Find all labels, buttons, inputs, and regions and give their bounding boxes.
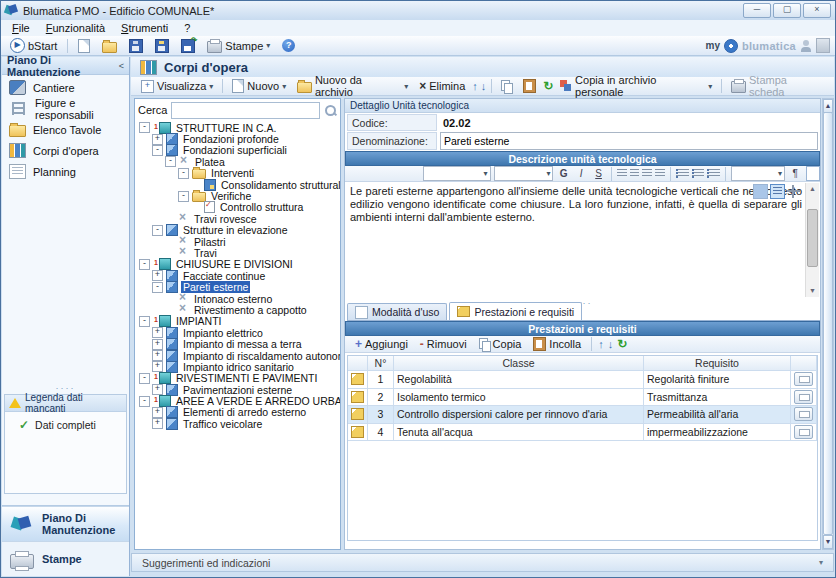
refresh-button[interactable]: ↻ (543, 80, 553, 92)
expand-icon[interactable]: + (152, 327, 163, 338)
tree-item-impianto-idrico-sanitario[interactable]: +Impianto idrico sanitario (137, 361, 340, 372)
copy-button[interactable] (497, 79, 516, 93)
row-edit-button[interactable] (794, 407, 813, 421)
collapse-icon[interactable]: - (139, 122, 150, 133)
nav-item-stampe[interactable]: Stampe (2, 541, 129, 576)
sidebar-item-corpi-d-opera[interactable]: Corpi d'opera (2, 140, 129, 161)
move-up-button[interactable]: ↑ (472, 80, 478, 92)
tree-item-rivestimento-a-cappotto[interactable]: Rivestimento a cappotto (137, 304, 340, 315)
indent-button[interactable] (707, 169, 720, 178)
align-justify-button[interactable] (655, 169, 666, 178)
sidebar-collapse-button[interactable]: < (119, 61, 124, 71)
font-family-select[interactable]: ▾ (423, 166, 491, 181)
tree-item-pareti-esterne[interactable]: -Pareti esterne (137, 281, 340, 292)
tree-item-interventi[interactable]: -Interventi (137, 168, 340, 179)
pilcrow-button[interactable]: ¶ (788, 167, 802, 180)
menu-file[interactable]: File (4, 22, 38, 34)
collapse-icon[interactable]: - (139, 373, 150, 384)
sidebar-item-planning[interactable]: Planning (2, 161, 129, 182)
move-down-button[interactable]: ↓ (481, 80, 487, 92)
table-button[interactable] (806, 166, 821, 181)
move-handle-icon[interactable] (787, 185, 800, 198)
collapse-icon[interactable]: - (139, 316, 150, 327)
tree-item-rivestimenti-e-pavimenti[interactable]: -RIVESTIMENTI E PAVIMENTI (137, 373, 340, 384)
sidebar-item-figure-e-responsabili[interactable]: Figure e responsabili (2, 98, 129, 119)
font-size-select[interactable]: ▾ (494, 166, 554, 181)
tree-item-intonaco-esterno[interactable]: Intonaco esterno (137, 293, 340, 304)
tree-item-travi[interactable]: Travi (137, 247, 340, 258)
visualizza-button[interactable]: + Visualizza ▾ (137, 79, 217, 94)
tree-item-verifiche[interactable]: -Verifiche (137, 190, 340, 201)
tree-item-pavimentazioni-esterne[interactable]: +Pavimentazioni esterne (137, 384, 340, 395)
tree-item-elementi-di-arredo-esterno[interactable]: +Elementi di arredo esterno (137, 407, 340, 418)
collapse-icon[interactable]: - (178, 191, 189, 202)
row-edit-button[interactable] (794, 372, 813, 386)
numbered-list-button[interactable] (692, 169, 705, 178)
menu-strumenti[interactable]: Strumenti (113, 22, 176, 34)
stampa-scheda-button[interactable]: Stampa scheda (727, 73, 828, 99)
nuovo-da-archivio-button[interactable]: Nuovo da archivio ▾ (293, 73, 412, 99)
save-as-button[interactable] (151, 38, 173, 54)
copia-in-archivio-button[interactable]: Copia in archivio personale ▾ (556, 73, 716, 99)
editor-scrollbar[interactable]: ▲ ▼ (805, 183, 819, 297)
menu-[interactable]: ? (176, 22, 198, 34)
underline-button[interactable]: S (591, 167, 605, 180)
scroll-thumb[interactable] (823, 112, 833, 535)
collapse-icon[interactable]: - (139, 396, 150, 407)
expand-icon[interactable]: + (152, 134, 163, 145)
elimina-button[interactable]: × Elimina (415, 78, 469, 94)
description-editor[interactable]: Le pareti esterne appartengono all'insie… (345, 182, 820, 298)
tree-item-pilastri[interactable]: Pilastri (137, 236, 340, 247)
tab-modalit-d-uso[interactable]: Modalità d'uso (347, 303, 447, 320)
expand-icon[interactable]: + (152, 270, 163, 281)
tree-item-strutture-in-c-a[interactable]: -STRUTTURE IN C.A. (137, 122, 340, 133)
collapse-icon[interactable]: - (165, 156, 176, 167)
tree-item-consolidamento-strutturale[interactable]: Consolidamento strutturale (137, 179, 340, 190)
sidebar-item-elenco-tavole[interactable]: Elenco Tavole (2, 119, 129, 140)
table-row[interactable]: 2Isolamento termicoTrasmittanza (348, 389, 817, 407)
row-edit-button[interactable] (794, 390, 813, 404)
scroll-up-icon[interactable]: ▲ (823, 99, 833, 113)
tree-item-controllo-struttura[interactable]: Controllo struttura (137, 202, 340, 213)
menu-funzionalit[interactable]: Funzionalità (38, 22, 113, 34)
align-left-button[interactable] (617, 169, 628, 178)
italic-button[interactable]: I (574, 167, 588, 180)
expand-icon[interactable]: + (152, 418, 163, 429)
aggiungi-button[interactable]: + Aggiungi (351, 336, 412, 352)
tree-item-traffico-veicolare[interactable]: +Traffico veicolare (137, 418, 340, 429)
stampe-button[interactable]: Stampe ▾ (203, 38, 274, 54)
refresh-button[interactable]: ↻ (617, 338, 627, 350)
row-edit-button[interactable] (794, 425, 813, 439)
collapse-icon[interactable]: - (152, 282, 163, 293)
expand-icon[interactable]: + (152, 339, 163, 350)
tree-item-impianto-elettrico[interactable]: +Impianto elettrico (137, 327, 340, 338)
table-row[interactable]: 3Controllo dispersioni calore per rinnov… (348, 406, 817, 424)
sidebar-item-cantiere[interactable]: Cantiere (2, 77, 129, 98)
bullet-list-button[interactable] (676, 169, 689, 178)
style-select[interactable]: ▾ (731, 166, 785, 181)
expand-icon[interactable]: + (152, 361, 163, 372)
copia-button[interactable]: Copia (475, 337, 526, 351)
nuovo-button[interactable]: Nuovo ▾ (228, 78, 290, 94)
tree-item-fondazioni-profonde[interactable]: +Fondazioni profonde (137, 133, 340, 144)
bold-button[interactable]: G (556, 167, 570, 180)
scroll-thumb[interactable] (807, 209, 818, 267)
close-button[interactable]: × (803, 3, 831, 18)
expand-icon[interactable]: + (152, 384, 163, 395)
maximize-button[interactable]: ▢ (773, 3, 801, 18)
denominazione-input[interactable] (440, 132, 818, 150)
row-down-button[interactable]: ↓ (608, 338, 614, 350)
export-button[interactable] (177, 38, 199, 54)
panel-scrollbar[interactable]: ▲ ▼ (822, 98, 834, 550)
open-button[interactable] (98, 38, 121, 54)
tree-item-chiusure-e-divisioni[interactable]: -CHIUSURE E DIVISIONI (137, 259, 340, 270)
save-button[interactable] (125, 38, 147, 54)
table-row[interactable]: 4Tenuta all'acquaimpermeabilizzazione (348, 424, 817, 442)
archive-icon[interactable] (816, 38, 830, 53)
scroll-up-icon[interactable]: ▲ (806, 183, 819, 195)
align-right-button[interactable] (642, 169, 652, 178)
rimuovi-button[interactable]: - Rimuovi (416, 336, 471, 352)
expand-icon[interactable]: + (152, 350, 163, 361)
help-button[interactable]: ? (278, 38, 299, 53)
widget-align-button[interactable] (770, 184, 785, 199)
